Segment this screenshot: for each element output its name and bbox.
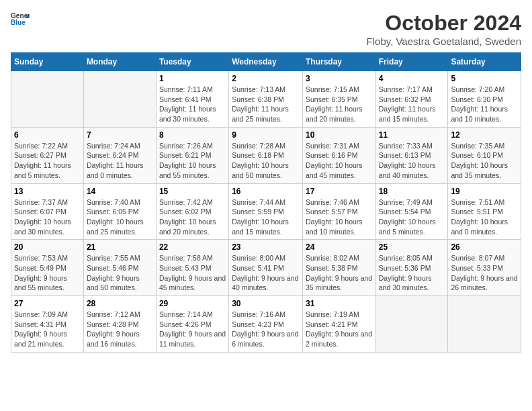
- day-number: 26: [451, 242, 518, 252]
- day-info: Sunrise: 7:19 AMSunset: 4:21 PMDaylight:…: [306, 310, 372, 348]
- calendar-cell: 8Sunrise: 7:26 AMSunset: 6:21 PMDaylight…: [156, 127, 228, 183]
- page-subtitle: Floby, Vaestra Goetaland, Sweden: [367, 36, 521, 47]
- day-info: Sunrise: 7:53 AMSunset: 5:49 PMDaylight:…: [14, 254, 68, 291]
- day-number: 10: [306, 130, 373, 140]
- day-info: Sunrise: 7:58 AMSunset: 5:43 PMDaylight:…: [159, 254, 226, 291]
- day-info: Sunrise: 7:40 AMSunset: 6:05 PMDaylight:…: [87, 198, 144, 236]
- calendar-cell: 4Sunrise: 7:17 AMSunset: 6:32 PMDaylight…: [375, 71, 448, 128]
- day-number: 14: [87, 187, 153, 196]
- title-area: October 2024 Floby, Vaestra Goetaland, S…: [367, 11, 521, 47]
- day-info: Sunrise: 7:49 AMSunset: 5:54 PMDaylight:…: [379, 198, 436, 236]
- day-info: Sunrise: 7:15 AMSunset: 6:35 PMDaylight:…: [306, 85, 363, 123]
- day-number: 4: [379, 74, 445, 83]
- day-info: Sunrise: 7:11 AMSunset: 6:41 PMDaylight:…: [159, 85, 216, 123]
- calendar-cell: 29Sunrise: 7:14 AMSunset: 4:26 PMDayligh…: [156, 296, 228, 353]
- calendar-cell: [83, 71, 156, 128]
- day-info: Sunrise: 7:46 AMSunset: 5:57 PMDaylight:…: [306, 198, 363, 236]
- calendar-cell: 16Sunrise: 7:44 AMSunset: 5:59 PMDayligh…: [229, 183, 303, 240]
- calendar-cell: [375, 296, 448, 353]
- day-info: Sunrise: 8:05 AMSunset: 5:36 PMDaylight:…: [379, 254, 433, 291]
- day-info: Sunrise: 7:22 AMSunset: 6:27 PMDaylight:…: [14, 142, 71, 179]
- calendar-cell: 12Sunrise: 7:35 AMSunset: 6:10 PMDayligh…: [448, 127, 521, 183]
- calendar-cell: 6Sunrise: 7:22 AMSunset: 6:27 PMDaylight…: [11, 127, 84, 183]
- day-number: 11: [379, 130, 445, 140]
- day-info: Sunrise: 7:09 AMSunset: 4:31 PMDaylight:…: [14, 310, 68, 348]
- calendar-cell: 27Sunrise: 7:09 AMSunset: 4:31 PMDayligh…: [11, 296, 84, 353]
- day-number: 5: [451, 74, 518, 83]
- day-number: 21: [87, 242, 153, 252]
- page-header: General Blue October 2024 Floby, Vaestra…: [11, 11, 521, 47]
- calendar-cell: 13Sunrise: 7:37 AMSunset: 6:07 PMDayligh…: [11, 183, 84, 240]
- day-info: Sunrise: 7:26 AMSunset: 6:21 PMDaylight:…: [159, 142, 216, 179]
- day-info: Sunrise: 7:31 AMSunset: 6:16 PMDaylight:…: [306, 142, 363, 179]
- svg-text:Blue: Blue: [11, 19, 26, 26]
- day-number: 30: [232, 299, 300, 308]
- day-number: 29: [159, 299, 226, 308]
- calendar-cell: 10Sunrise: 7:31 AMSunset: 6:16 PMDayligh…: [302, 127, 375, 183]
- day-number: 24: [306, 242, 373, 252]
- day-number: 15: [159, 187, 226, 196]
- day-number: 28: [87, 299, 153, 308]
- calendar-cell: 7Sunrise: 7:24 AMSunset: 6:24 PMDaylight…: [83, 127, 156, 183]
- day-number: 7: [87, 130, 153, 140]
- calendar-cell: 18Sunrise: 7:49 AMSunset: 5:54 PMDayligh…: [375, 183, 448, 240]
- day-number: 22: [159, 242, 226, 252]
- day-info: Sunrise: 8:00 AMSunset: 5:41 PMDaylight:…: [232, 254, 298, 291]
- weekday-header: Monday: [83, 53, 156, 71]
- calendar-cell: 15Sunrise: 7:42 AMSunset: 6:02 PMDayligh…: [156, 183, 228, 240]
- calendar-week-row: 20Sunrise: 7:53 AMSunset: 5:49 PMDayligh…: [11, 240, 521, 296]
- day-info: Sunrise: 7:28 AMSunset: 6:18 PMDaylight:…: [232, 142, 289, 179]
- weekday-header: Wednesday: [229, 53, 303, 71]
- day-number: 17: [306, 187, 373, 196]
- weekday-header: Sunday: [11, 53, 84, 71]
- day-number: 3: [306, 74, 373, 83]
- day-number: 6: [14, 130, 81, 140]
- calendar-week-row: 13Sunrise: 7:37 AMSunset: 6:07 PMDayligh…: [11, 183, 521, 240]
- calendar-table: SundayMondayTuesdayWednesdayThursdayFrid…: [11, 52, 521, 353]
- weekday-header: Friday: [375, 53, 448, 71]
- calendar-cell: 25Sunrise: 8:05 AMSunset: 5:36 PMDayligh…: [375, 240, 448, 296]
- day-number: 13: [14, 187, 81, 196]
- day-number: 27: [14, 299, 81, 308]
- day-number: 8: [159, 130, 226, 140]
- page-title: October 2024: [367, 11, 521, 36]
- day-number: 12: [451, 130, 518, 140]
- calendar-cell: 30Sunrise: 7:16 AMSunset: 4:23 PMDayligh…: [229, 296, 303, 353]
- weekday-header-row: SundayMondayTuesdayWednesdayThursdayFrid…: [11, 53, 521, 71]
- calendar-cell: [448, 296, 521, 353]
- calendar-cell: 19Sunrise: 7:51 AMSunset: 5:51 PMDayligh…: [448, 183, 521, 240]
- day-info: Sunrise: 7:14 AMSunset: 4:26 PMDaylight:…: [159, 310, 226, 348]
- day-info: Sunrise: 7:13 AMSunset: 6:38 PMDaylight:…: [232, 85, 289, 123]
- calendar-cell: 22Sunrise: 7:58 AMSunset: 5:43 PMDayligh…: [156, 240, 228, 296]
- day-number: 18: [379, 187, 445, 196]
- day-number: 23: [232, 242, 300, 252]
- calendar-cell: 23Sunrise: 8:00 AMSunset: 5:41 PMDayligh…: [229, 240, 303, 296]
- calendar-cell: 31Sunrise: 7:19 AMSunset: 4:21 PMDayligh…: [302, 296, 375, 353]
- calendar-week-row: 6Sunrise: 7:22 AMSunset: 6:27 PMDaylight…: [11, 127, 521, 183]
- calendar-cell: 3Sunrise: 7:15 AMSunset: 6:35 PMDaylight…: [302, 71, 375, 128]
- day-number: 2: [232, 74, 300, 83]
- calendar-week-row: 1Sunrise: 7:11 AMSunset: 6:41 PMDaylight…: [11, 71, 521, 128]
- day-info: Sunrise: 7:51 AMSunset: 5:51 PMDaylight:…: [451, 198, 508, 236]
- day-number: 9: [232, 130, 300, 140]
- day-number: 25: [379, 242, 445, 252]
- calendar-cell: 26Sunrise: 8:07 AMSunset: 5:33 PMDayligh…: [448, 240, 521, 296]
- weekday-header: Thursday: [302, 53, 375, 71]
- logo: General Blue: [11, 11, 30, 30]
- day-info: Sunrise: 8:02 AMSunset: 5:38 PMDaylight:…: [306, 254, 372, 291]
- weekday-header: Tuesday: [156, 53, 228, 71]
- calendar-cell: 24Sunrise: 8:02 AMSunset: 5:38 PMDayligh…: [302, 240, 375, 296]
- logo-icon: General Blue: [11, 11, 30, 30]
- day-info: Sunrise: 7:16 AMSunset: 4:23 PMDaylight:…: [232, 310, 298, 348]
- day-number: 19: [451, 187, 518, 196]
- calendar-cell: 17Sunrise: 7:46 AMSunset: 5:57 PMDayligh…: [302, 183, 375, 240]
- day-number: 1: [159, 74, 226, 83]
- day-info: Sunrise: 7:17 AMSunset: 6:32 PMDaylight:…: [379, 85, 436, 123]
- calendar-cell: 28Sunrise: 7:12 AMSunset: 4:28 PMDayligh…: [83, 296, 156, 353]
- calendar-cell: 2Sunrise: 7:13 AMSunset: 6:38 PMDaylight…: [229, 71, 303, 128]
- day-info: Sunrise: 7:42 AMSunset: 6:02 PMDaylight:…: [159, 198, 216, 236]
- day-info: Sunrise: 7:37 AMSunset: 6:07 PMDaylight:…: [14, 198, 71, 236]
- day-number: 16: [232, 187, 300, 196]
- day-info: Sunrise: 7:20 AMSunset: 6:30 PMDaylight:…: [451, 85, 508, 123]
- day-info: Sunrise: 7:44 AMSunset: 5:59 PMDaylight:…: [232, 198, 289, 236]
